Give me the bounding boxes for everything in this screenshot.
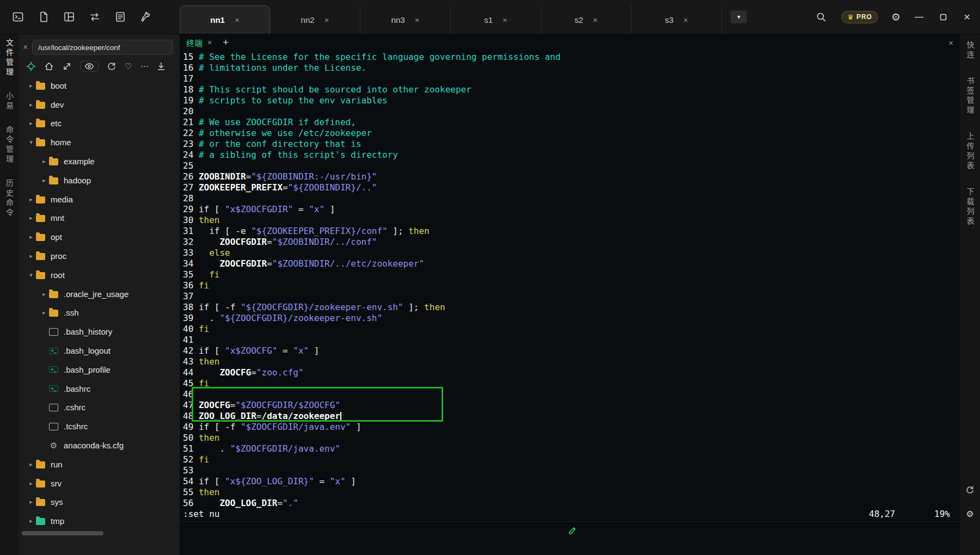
rail-item-command-manager[interactable]: 命令管理 xyxy=(5,126,13,165)
tree-item-sys[interactable]: ▸sys xyxy=(19,493,180,512)
chevron-right-icon[interactable]: ▸ xyxy=(26,480,36,487)
tree-item-example[interactable]: ▸example xyxy=(19,152,180,171)
home-icon[interactable] xyxy=(44,61,54,71)
locate-icon[interactable] xyxy=(26,61,36,71)
chevron-right-icon[interactable]: ▸ xyxy=(26,233,36,240)
tab-close-icon[interactable]: × xyxy=(324,15,329,24)
session-tab-nn2[interactable]: nn2× xyxy=(270,5,360,34)
right-rail-gear-icon[interactable]: ⚙ xyxy=(966,509,973,519)
path-input[interactable] xyxy=(32,40,173,55)
document-icon[interactable] xyxy=(113,10,127,24)
tools-icon[interactable] xyxy=(139,10,153,24)
chevron-right-icon[interactable]: ▸ xyxy=(26,82,36,89)
refresh-icon[interactable] xyxy=(107,61,117,71)
tree-item-anaconda-ks.cfg[interactable]: ⚙anaconda-ks.cfg xyxy=(19,436,180,455)
tab-overflow-button[interactable]: ▾ xyxy=(731,10,747,23)
tab-label: s3 xyxy=(665,15,673,24)
chevron-right-icon[interactable]: ▸ xyxy=(26,120,36,127)
transfer-icon[interactable] xyxy=(88,10,102,24)
search-icon[interactable] xyxy=(814,10,828,24)
tab-close-icon[interactable]: × xyxy=(415,15,420,24)
close-file-panel-icon[interactable]: × xyxy=(23,42,28,52)
tree-label: .cshrc xyxy=(64,403,85,412)
file-icon[interactable] xyxy=(36,10,51,24)
chevron-right-icon[interactable]: ▸ xyxy=(26,517,36,525)
session-tab-nn1[interactable]: nn1× xyxy=(180,5,270,34)
close-button[interactable]: × xyxy=(961,11,972,22)
chevron-right-icon[interactable]: ▸ xyxy=(26,101,36,108)
chevron-right-icon[interactable]: ▸ xyxy=(39,177,49,184)
tree-item-boot[interactable]: ▸boot xyxy=(19,76,180,95)
rail-item-download-list[interactable]: 下载列表 xyxy=(966,188,974,227)
chevron-right-icon[interactable]: ▸ xyxy=(26,214,36,221)
tree-item-dev[interactable]: ▸dev xyxy=(19,95,180,114)
tree-item-run[interactable]: ▸run xyxy=(19,455,180,474)
quick-edit-pencil-icon[interactable] xyxy=(185,526,960,535)
tab-close-icon[interactable]: × xyxy=(235,15,240,24)
chevron-right-icon[interactable]: ▸ xyxy=(26,196,36,203)
terminal-tab-close-icon[interactable]: × xyxy=(207,38,212,47)
pro-badge[interactable]: ♛ PRO xyxy=(841,11,878,23)
chevron-right-icon[interactable]: ▸ xyxy=(26,252,36,260)
terminal-icon[interactable] xyxy=(11,10,25,24)
rail-item-quick-connect[interactable]: 快连 xyxy=(966,41,974,60)
chevron-right-icon[interactable]: ▸ xyxy=(26,461,36,468)
tree-item-hadoop[interactable]: ▸hadoop xyxy=(19,171,180,190)
download-icon[interactable] xyxy=(156,61,166,71)
chevron-right-icon[interactable]: ▸ xyxy=(39,158,49,165)
tree-item-proc[interactable]: ▸proc xyxy=(19,246,180,266)
terminal-panel-close-icon[interactable]: × xyxy=(948,38,953,47)
tree-item-.tcshrc[interactable]: .tcshrc xyxy=(19,417,180,436)
settings-gear-icon[interactable]: ⚙ xyxy=(891,11,901,23)
tree-item-home[interactable]: ▾home xyxy=(19,133,180,152)
code-line: 48ZOO_LOG_DIR=/data/zookeeper xyxy=(183,411,960,422)
terminal-tab[interactable]: 终端 × xyxy=(186,37,212,48)
tree-label: mnt xyxy=(51,213,64,223)
session-tab-s2[interactable]: s2× xyxy=(541,5,632,34)
favorite-icon[interactable]: ♡ xyxy=(125,61,132,71)
tab-close-icon[interactable]: × xyxy=(683,15,688,24)
session-tab-nn3[interactable]: nn3× xyxy=(360,5,451,34)
rail-item-upload-list[interactable]: 上传列表 xyxy=(966,132,974,171)
rail-item-history-commands[interactable]: 历史命令 xyxy=(5,179,13,218)
tree-item-opt[interactable]: ▸opt xyxy=(19,227,180,246)
tree-label: .bash_history xyxy=(64,327,112,336)
rail-item-file-manager[interactable]: 文件管理 xyxy=(5,39,13,78)
tab-close-icon[interactable]: × xyxy=(503,15,507,24)
layout-icon[interactable] xyxy=(62,10,76,24)
chevron-down-icon[interactable]: ▾ xyxy=(26,139,36,146)
tree-item-.ssh[interactable]: ▸.ssh xyxy=(19,304,180,323)
terminal-screen[interactable]: 15# See the License for the specific lan… xyxy=(180,51,960,521)
tree-item-.bashrc[interactable]: >_.bashrc xyxy=(19,379,180,398)
tree-item-.cshrc[interactable]: .cshrc xyxy=(19,398,180,417)
tab-close-icon[interactable]: × xyxy=(593,15,598,24)
tree-item-.bash_history[interactable]: .bash_history xyxy=(19,322,180,341)
sync-icon[interactable] xyxy=(965,485,975,495)
tree-item-.bash_logout[interactable]: >_.bash_logout xyxy=(19,341,180,360)
maximize-button[interactable] xyxy=(938,11,948,22)
chevron-down-icon[interactable]: ▾ xyxy=(26,272,36,279)
rail-item-bookmark-manager[interactable]: 书签管理 xyxy=(966,77,974,116)
tree-item-media[interactable]: ▸media xyxy=(19,190,180,209)
line-number: 36 xyxy=(183,280,193,291)
tree-item-.bash_profile[interactable]: >_.bash_profile xyxy=(19,360,180,379)
tree-item-.oracle_jre_usage[interactable]: ▸.oracle_jre_usage xyxy=(19,285,180,304)
session-tab-s1[interactable]: s1× xyxy=(451,5,541,34)
more-icon[interactable]: ⋯ xyxy=(140,61,148,71)
add-terminal-icon[interactable]: + xyxy=(223,37,229,48)
eye-icon[interactable] xyxy=(80,61,99,72)
expand-icon[interactable] xyxy=(62,61,72,71)
chevron-right-icon[interactable]: ▸ xyxy=(39,291,49,298)
tree-item-srv[interactable]: ▸srv xyxy=(19,474,180,493)
tree-item-mnt[interactable]: ▸mnt xyxy=(19,209,180,228)
tab-label: nn3 xyxy=(391,15,405,24)
rail-item-assistant[interactable]: 小易 xyxy=(5,92,13,112)
chevron-right-icon[interactable]: ▸ xyxy=(26,498,36,505)
minimize-button[interactable]: — xyxy=(914,11,924,22)
tree-item-root[interactable]: ▾root xyxy=(19,266,180,285)
chevron-right-icon[interactable]: ▸ xyxy=(39,309,49,316)
tree-item-etc[interactable]: ▸etc xyxy=(19,114,180,133)
horizontal-scrollbar[interactable] xyxy=(22,531,103,535)
session-tab-s3[interactable]: s3× xyxy=(632,5,722,34)
tree-item-tmp[interactable]: ▸tmp xyxy=(19,511,180,531)
